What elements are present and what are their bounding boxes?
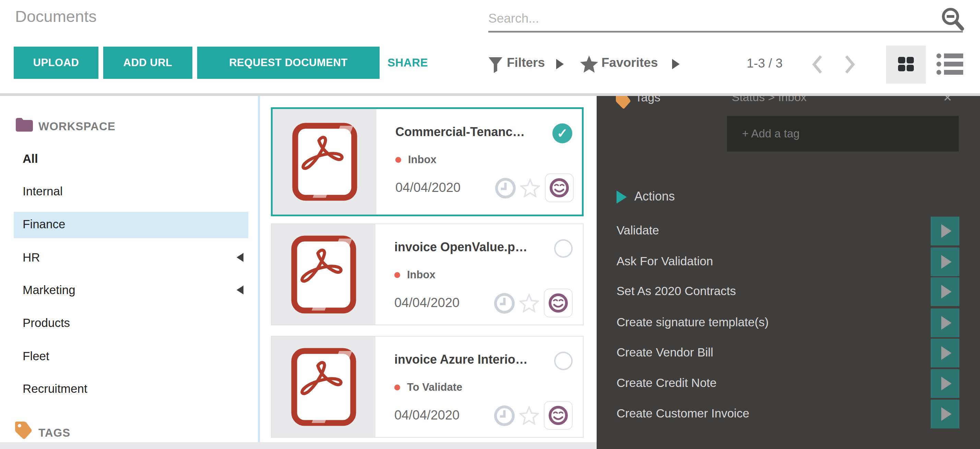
pdf-file-icon [291,348,356,426]
tags-icon [616,96,631,110]
kanban-grid-icon [898,57,914,73]
document-date: 04/04/2020 [395,295,460,310]
favorites-caret-icon[interactable] [672,59,679,69]
play-icon [941,224,951,238]
smiley-activity-icon[interactable] [544,401,573,430]
play-icon [941,255,951,269]
sidebar-item-products[interactable]: Products [22,316,70,330]
action-row: Set As 2020 Contracts [597,277,980,307]
pdf-file-icon [292,123,357,201]
upload-button[interactable]: UPLOAD [14,47,99,79]
favorites-star-icon[interactable] [580,56,598,74]
pager-previous-button[interactable] [811,55,823,75]
add-tag-input[interactable] [727,116,959,151]
filters-caret-icon[interactable] [556,59,564,69]
play-icon [941,316,951,330]
add-url-button[interactable]: ADD URL [103,47,192,79]
sidebar-item-finance[interactable]: Finance [22,217,65,231]
panel-tags-header: Tags [635,96,660,104]
play-icon [941,377,951,390]
sidebar-item-internal[interactable]: Internal [22,184,63,198]
share-button[interactable]: SHARE [388,47,428,79]
document-card[interactable]: invoice Azure Interio… To Validate 04/04… [271,336,584,438]
request-document-button[interactable]: REQUEST DOCUMENT [197,47,380,79]
action-row: Create Vendor Bill [597,338,980,368]
action-row: Create Credit Note [597,368,980,398]
bottom-scrollbar-track[interactable] [0,442,597,449]
document-thumbnail[interactable] [272,224,375,325]
document-status: Inbox [408,154,436,166]
sidebar-item-hr[interactable]: HR [22,251,40,264]
search-underline [488,31,963,33]
action-row: Ask For Validation [597,247,980,277]
favorite-star-icon[interactable] [520,178,540,199]
search-minus-icon[interactable] [941,7,964,33]
document-side-panel: Tags Status > Inbox ✕ Actions Validate A… [597,96,980,449]
sidebar-item-all[interactable]: All [22,152,38,165]
pdf-file-icon [291,235,356,314]
tags-section-header: TAGS [38,426,70,439]
action-create-customer-invoice[interactable]: Create Customer Invoice [617,406,749,420]
clock-icon[interactable] [494,293,515,315]
action-set-as-2020-contracts[interactable]: Set As 2020 Contracts [617,284,736,298]
action-row: Create Customer Invoice [597,399,980,429]
list-icon [937,53,963,77]
actions-triangle-icon [617,190,627,204]
document-title[interactable]: invoice Azure Interio… [395,352,528,367]
clock-icon[interactable] [495,178,516,200]
run-action-button[interactable] [931,248,959,276]
hr-collapse-caret-icon[interactable] [237,253,243,262]
action-ask-for-validation[interactable]: Ask For Validation [617,254,713,268]
document-card[interactable]: Commercial-Tenanc… ✓ Inbox 04/04/2020 [271,107,584,216]
tag-chip-status-inbox[interactable]: Status > Inbox [732,96,807,104]
select-circle[interactable] [554,352,573,370]
tag-remove-icon[interactable]: ✕ [943,96,952,104]
filters-funnel-icon[interactable] [488,57,503,75]
search-input[interactable] [488,8,934,29]
document-title[interactable]: Commercial-Tenanc… [395,125,525,139]
run-action-button[interactable] [931,369,959,398]
document-date: 04/04/2020 [395,180,460,195]
sidebar-item-recruitment[interactable]: Recruitment [22,382,88,395]
favorites-menu[interactable]: Favorites [601,56,658,70]
document-thumbnail[interactable] [272,336,375,437]
action-create-vendor-bill[interactable]: Create Vendor Bill [617,346,713,359]
kanban-view-button[interactable] [886,46,926,84]
action-create-signature-templates[interactable]: Create signature template(s) [617,315,769,329]
play-icon [941,285,951,298]
run-action-button[interactable] [931,217,959,245]
document-thumbnail[interactable] [273,109,377,214]
pager-range: 1-3 / 3 [730,56,799,71]
run-action-button[interactable] [931,308,959,337]
document-card[interactable]: invoice OpenValue.p… Inbox 04/04/2020 [271,224,584,325]
status-dot [395,157,401,163]
clock-icon[interactable] [494,405,515,428]
list-view-button[interactable] [935,51,964,78]
pager-next-button[interactable] [844,55,856,75]
document-status: Inbox [407,269,436,281]
action-row: Validate [597,216,980,246]
smiley-activity-icon[interactable] [545,173,574,202]
sidebar-item-marketing[interactable]: Marketing [22,283,75,297]
run-action-button[interactable] [931,339,959,367]
tags-section-icon [15,422,32,441]
workspace-section-header: WORKSPACE [38,120,116,133]
favorite-star-icon[interactable] [519,294,539,314]
document-date: 04/04/2020 [395,408,460,423]
status-dot [395,385,400,390]
smiley-activity-icon[interactable] [544,289,573,317]
run-action-button[interactable] [931,277,959,306]
run-action-button[interactable] [931,400,959,428]
select-circle[interactable] [554,239,573,258]
action-create-credit-note[interactable]: Create Credit Note [617,376,717,390]
play-icon [941,407,951,421]
selected-check-icon[interactable]: ✓ [552,124,572,143]
action-validate[interactable]: Validate [617,224,659,237]
sidebar-divider [258,96,260,442]
document-title[interactable]: invoice OpenValue.p… [395,240,527,254]
filters-menu[interactable]: Filters [507,56,545,70]
sidebar-item-fleet[interactable]: Fleet [22,349,49,363]
status-dot [395,272,400,278]
favorite-star-icon[interactable] [519,406,539,426]
marketing-collapse-caret-icon[interactable] [237,286,243,294]
